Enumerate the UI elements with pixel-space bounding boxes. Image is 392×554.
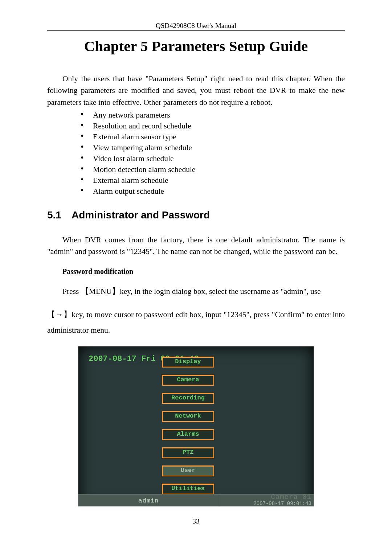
menu-button-display[interactable]: Display xyxy=(162,357,214,368)
list-item: View tampering alarm schedule xyxy=(81,142,345,153)
screenshot-footer-camera: Camera 01 xyxy=(221,493,311,501)
list-item: Any network parameters xyxy=(81,110,345,120)
screenshot-menu: Display Camera Recording Network Alarms … xyxy=(162,357,214,495)
menu-button-network[interactable]: Network xyxy=(162,411,214,422)
section-heading: 5.1Administrator and Password xyxy=(47,209,345,221)
screenshot-footer-user: admin xyxy=(78,495,219,506)
admin-menu-screenshot: 2007-08-17 Fri 09:01:43 Display Camera R… xyxy=(78,346,314,506)
screenshot-footer-time: 2007-08-17 09:01:43 xyxy=(221,501,311,506)
chapter-title: Chapter 5 Parameters Setup Guide xyxy=(47,37,345,55)
page-number: 33 xyxy=(47,517,345,525)
menu-button-recording[interactable]: Recording xyxy=(162,393,214,404)
list-item: Video lost alarm schedule xyxy=(81,153,345,164)
menu-button-utilities[interactable]: Utilities xyxy=(162,484,214,495)
section-title: Administrator and Password xyxy=(72,209,210,221)
list-item: Resolution and record schedule xyxy=(81,120,345,131)
password-para-2: 【→】key, to move cursor to password edit … xyxy=(47,307,345,338)
menu-button-user[interactable]: User xyxy=(162,465,214,476)
menu-button-alarms[interactable]: Alarms xyxy=(162,429,214,440)
list-item: External alarm schedule xyxy=(81,175,345,186)
section-paragraph: When DVR comes from the factory, there i… xyxy=(47,234,345,258)
password-para-1: Press 【MENU】key, in the login dialog box… xyxy=(47,284,345,299)
list-item: Motion detection alarm schedule xyxy=(81,164,345,175)
section-number: 5.1 xyxy=(47,209,61,221)
list-item: Alarm output schedule xyxy=(81,186,345,197)
intro-paragraph: Only the users that have "Parameters Set… xyxy=(47,73,345,108)
menu-button-camera[interactable]: Camera xyxy=(162,375,214,386)
running-header: QSD42908C8 User's Manual xyxy=(47,22,345,31)
sub-heading-password-modification: Password modification xyxy=(62,267,345,276)
reboot-param-list: Any network parameters Resolution and re… xyxy=(81,110,345,197)
screenshot-footer: admin Camera 01 2007-08-17 09:01:43 xyxy=(78,494,314,506)
screenshot-footer-right: Camera 01 2007-08-17 09:01:43 xyxy=(219,495,314,506)
list-item: External alarm sensor type xyxy=(81,131,345,142)
menu-button-ptz[interactable]: PTZ xyxy=(162,447,214,458)
